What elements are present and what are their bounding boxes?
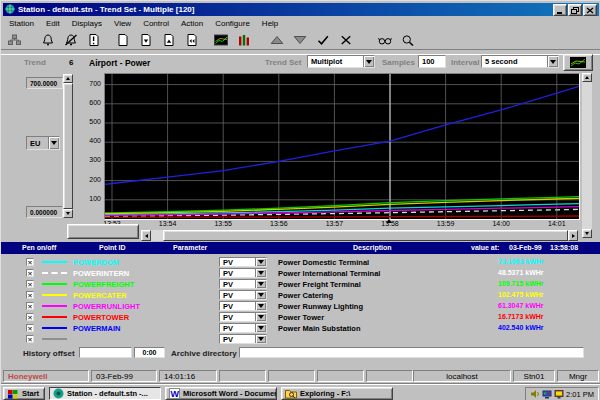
parameter-select[interactable]: PV bbox=[219, 257, 267, 267]
right-scrollbar[interactable] bbox=[582, 73, 592, 238]
point-id: POWERTOWER bbox=[73, 313, 217, 322]
interval-dropdown-arrow[interactable] bbox=[547, 56, 558, 67]
x-tick-label: 14:01 bbox=[543, 220, 571, 227]
parameter-select[interactable]: PV bbox=[219, 323, 267, 333]
parameter-select[interactable]: PV bbox=[219, 334, 267, 344]
trend-display-icon[interactable] bbox=[209, 30, 232, 49]
parameter-dropdown-arrow[interactable] bbox=[255, 313, 266, 321]
x-tick-label: 13:57 bbox=[320, 220, 348, 227]
parameter-dropdown-arrow[interactable] bbox=[255, 258, 266, 266]
time-scroll-thumb[interactable] bbox=[163, 230, 568, 241]
parameter-dropdown-arrow[interactable] bbox=[255, 302, 266, 310]
trend-set-dropdown-arrow[interactable] bbox=[363, 56, 374, 67]
y-scroll-thumb[interactable] bbox=[63, 83, 73, 209]
parameter-dropdown-arrow[interactable] bbox=[255, 324, 266, 332]
alarm-bell-icon[interactable] bbox=[36, 30, 59, 49]
restore-button[interactable] bbox=[568, 4, 582, 16]
interval-select[interactable]: 5 second bbox=[481, 55, 559, 68]
start-button[interactable]: Start bbox=[3, 387, 45, 400]
page-blank-icon[interactable] bbox=[111, 30, 134, 49]
volume-tray-icon[interactable] bbox=[530, 392, 542, 400]
page-up-icon[interactable] bbox=[157, 30, 180, 49]
cancel-x-icon[interactable] bbox=[334, 30, 357, 49]
minimize-button[interactable] bbox=[553, 4, 567, 16]
parameter-select[interactable]: PV bbox=[219, 301, 267, 311]
menu-configure[interactable]: Configure bbox=[209, 19, 256, 28]
pen-checkbox[interactable] bbox=[26, 324, 34, 332]
pen-checkbox[interactable] bbox=[26, 258, 34, 266]
trend-number: 6 bbox=[69, 58, 73, 67]
menu-help[interactable]: Help bbox=[256, 19, 284, 28]
menu-control[interactable]: Control bbox=[137, 19, 175, 28]
network-tray-icon[interactable] bbox=[542, 392, 554, 400]
alarm-bell-disabled-icon[interactable] bbox=[59, 30, 82, 49]
scroll-left-icon[interactable] bbox=[141, 230, 151, 241]
display-tray-icon[interactable] bbox=[554, 392, 566, 400]
menu-view[interactable]: View bbox=[108, 19, 137, 28]
pen-checkbox[interactable] bbox=[26, 313, 34, 321]
right-scroll-down-icon[interactable] bbox=[582, 229, 592, 238]
parameter-dropdown-arrow[interactable] bbox=[255, 291, 266, 299]
header-value-date: 03-Feb-99 bbox=[509, 244, 542, 251]
chart-corner-button[interactable] bbox=[67, 224, 139, 239]
group-bars-icon[interactable] bbox=[232, 30, 255, 49]
task-button-word[interactable]: WMicrosoft Word - Document1 bbox=[165, 387, 277, 400]
menu-edit[interactable]: Edit bbox=[40, 19, 66, 28]
raise-triangle-icon[interactable] bbox=[265, 30, 288, 49]
trend-display-button[interactable] bbox=[563, 54, 593, 71]
menu-displays[interactable]: Displays bbox=[66, 19, 108, 28]
parameter-select[interactable]: PV bbox=[219, 290, 267, 300]
menu-action[interactable]: Action bbox=[175, 19, 209, 28]
range-max-field[interactable]: 700.0000 bbox=[26, 77, 63, 89]
parameter-dropdown-arrow[interactable] bbox=[255, 269, 266, 277]
page-down-icon[interactable] bbox=[134, 30, 157, 49]
associated-display-glasses-icon[interactable] bbox=[373, 30, 396, 49]
accept-check-icon[interactable] bbox=[311, 30, 334, 49]
parameter-dropdown-arrow[interactable] bbox=[255, 335, 266, 343]
time-scrollbar[interactable] bbox=[141, 230, 578, 241]
status-brand: Honeywell bbox=[3, 370, 89, 382]
pen-checkbox[interactable] bbox=[26, 291, 34, 299]
station-window: Station - default.stn - Trend Set - Mult… bbox=[0, 0, 600, 400]
zoom-magnifier-icon[interactable] bbox=[396, 30, 419, 49]
message-page-icon[interactable] bbox=[82, 30, 105, 49]
range-min-field[interactable]: 0.000000 bbox=[26, 206, 63, 218]
y-tick-label: 500 bbox=[75, 118, 101, 125]
cursor-caret-icon bbox=[386, 219, 392, 223]
task-button-explorer[interactable]: Exploring - F:\ bbox=[281, 387, 393, 400]
right-scroll-up-icon[interactable] bbox=[582, 73, 592, 82]
pen-checkbox[interactable] bbox=[26, 269, 34, 277]
menu-station[interactable]: Station bbox=[3, 19, 40, 28]
point-id: POWERDOM bbox=[73, 258, 217, 267]
pen-checkbox[interactable] bbox=[26, 302, 34, 310]
scroll-right-icon[interactable] bbox=[568, 230, 578, 241]
y-axis-scrollbar[interactable] bbox=[63, 74, 73, 218]
pen-checkbox[interactable] bbox=[26, 335, 34, 343]
eu-dropdown-arrow[interactable] bbox=[48, 137, 59, 149]
task-button-station[interactable]: Station - default.stn -... bbox=[49, 387, 161, 400]
window-titlebar[interactable]: Station - default.stn - Trend Set - Mult… bbox=[3, 3, 599, 16]
archive-directory-field[interactable] bbox=[239, 347, 584, 358]
history-offset-time-field[interactable]: 0:00 bbox=[134, 347, 165, 358]
trend-set-select[interactable]: Multiplot bbox=[307, 55, 375, 68]
close-button[interactable] bbox=[583, 4, 597, 16]
samples-field[interactable]: 100 bbox=[418, 55, 446, 68]
lower-triangle-icon[interactable] bbox=[288, 30, 311, 49]
page-recall-icon[interactable] bbox=[180, 30, 203, 49]
parameter-select[interactable]: PV bbox=[219, 279, 267, 289]
parameter-select[interactable]: PV bbox=[219, 312, 267, 322]
status-host: localhost bbox=[413, 370, 511, 382]
y-scroll-down-icon[interactable] bbox=[63, 209, 73, 218]
point-description: Power Domestic Terminal bbox=[278, 258, 478, 267]
pen-color-sample bbox=[42, 294, 67, 296]
plot-area[interactable] bbox=[104, 73, 580, 220]
eu-select[interactable]: EU bbox=[26, 136, 60, 150]
pen-checkbox[interactable] bbox=[26, 280, 34, 288]
parameter-dropdown-arrow[interactable] bbox=[255, 280, 266, 288]
pen-value: 16.7173 kWHr bbox=[498, 313, 590, 320]
station-icon[interactable] bbox=[3, 30, 26, 49]
y-scroll-up-icon[interactable] bbox=[63, 74, 73, 83]
x-tick-label: 14:00 bbox=[487, 220, 515, 227]
history-offset-field[interactable] bbox=[79, 347, 132, 358]
parameter-select[interactable]: PV bbox=[219, 268, 267, 278]
